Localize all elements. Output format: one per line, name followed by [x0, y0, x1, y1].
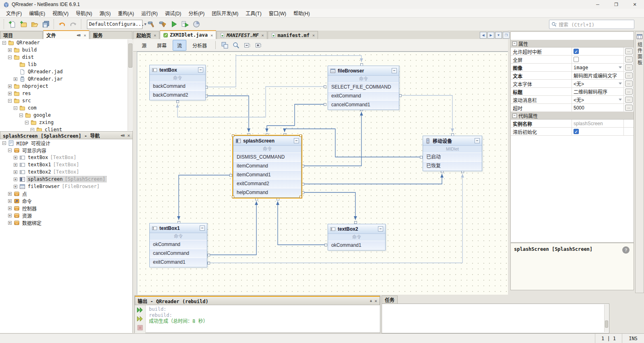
nav-node-fileBrowser[interactable]: +fileBrowser[FileBrowser]	[0, 183, 132, 190]
expander-icon[interactable]: −	[31, 128, 34, 132]
prop-section-属性[interactable]: −属性	[511, 40, 634, 48]
flow-item-已恢复[interactable]: 已恢复	[423, 162, 482, 171]
expand-all-icon[interactable]	[254, 41, 263, 50]
expander-icon[interactable]: +	[14, 163, 17, 167]
config-combobox[interactable]: DefaultConfigura...▼	[87, 20, 142, 29]
flow-item-DISMISS_COMMAND[interactable]: DISMISS_COMMAND	[233, 153, 301, 162]
flow-box-textBox[interactable]: textBox−命令backCommandbackCommand2	[149, 65, 206, 100]
build-button[interactable]	[146, 19, 157, 29]
connector-handle[interactable]	[301, 191, 304, 194]
clean-build-button[interactable]	[157, 19, 168, 29]
connector-handle[interactable]	[354, 221, 357, 224]
nav-node-点[interactable]: +点	[0, 190, 132, 197]
nav-node-textBox1[interactable]: +textBox1[TextBox]	[0, 161, 132, 168]
file-node-google[interactable]: −google	[0, 112, 132, 119]
prop-section-代码属性[interactable]: −代码属性	[511, 112, 634, 120]
close-tab-icon[interactable]: ✕	[211, 33, 213, 37]
close-button[interactable]: ✕	[625, 0, 644, 9]
open-project-button[interactable]	[29, 19, 40, 29]
expander-icon[interactable]: −	[2, 41, 6, 45]
menu-运行R[interactable]: 运行(R)	[138, 9, 161, 17]
connector-handle[interactable]	[399, 94, 402, 97]
ellipsis-button[interactable]: ...	[625, 72, 633, 79]
menu-编辑E[interactable]: 编辑(E)	[25, 9, 49, 17]
flow-box-textBox1[interactable]: textBox1−命令okCommandcancelCommandexitCom…	[149, 223, 207, 267]
menu-工具T[interactable]: 工具(T)	[242, 9, 265, 17]
files-tree-scrollbar-thumb[interactable]	[128, 43, 132, 68]
new-project-button[interactable]	[18, 19, 29, 29]
close-tab-icon[interactable]: ✕	[261, 33, 264, 37]
expander-icon[interactable]: +	[14, 170, 17, 174]
selection-handle[interactable]	[232, 196, 234, 198]
prop-value-滚动消息栏[interactable]: <无>	[572, 96, 623, 103]
prop-value-滞后初始化[interactable]: ✓	[572, 128, 623, 135]
file-node-lib[interactable]: lib	[0, 61, 132, 68]
ellipsis-button[interactable]: ...	[625, 64, 633, 70]
flow-item-okCommand[interactable]: okCommand	[150, 240, 207, 249]
view-button-流[interactable]: 流	[173, 40, 186, 51]
editor-tab-manifest.mf[interactable]: manifest.mf✕	[268, 31, 318, 39]
expander-icon[interactable]: −	[2, 141, 6, 145]
ellipsis-button[interactable]: ...	[625, 105, 633, 111]
nav-node-MIDP 可视设计[interactable]: −MIDP 可视设计	[0, 139, 132, 147]
ellipsis-button[interactable]: ...	[625, 97, 633, 103]
flow-item-backCommand[interactable]: backCommand	[150, 82, 205, 91]
view-button-屏幕[interactable]: 屏幕	[153, 40, 171, 51]
save-all-button[interactable]	[40, 19, 52, 29]
expander-icon[interactable]: +	[8, 92, 12, 95]
connector-handle[interactable]	[324, 85, 326, 88]
file-node-com[interactable]: −com	[0, 104, 132, 112]
nav-node-可显示内容[interactable]: −可显示内容	[0, 147, 132, 154]
connector-handle[interactable]	[324, 103, 326, 106]
file-node-zxing[interactable]: −zxing	[0, 119, 132, 126]
connector-handle[interactable]	[324, 244, 327, 246]
connector-handle[interactable]	[207, 262, 210, 264]
connector-handle[interactable]	[301, 183, 304, 186]
connector-handle[interactable]	[207, 254, 210, 256]
explorer-tab-项目[interactable]: 项目	[0, 31, 43, 39]
flow-item-helpCommand[interactable]: helpCommand	[233, 188, 301, 197]
expander-icon[interactable]: +	[8, 48, 12, 52]
editor-tab-起始页[interactable]: 起始页✕	[133, 31, 159, 39]
expander-icon[interactable]: +	[8, 85, 12, 88]
flow-item-exitCommand2[interactable]: exitCommand2	[233, 180, 301, 188]
palette-icon[interactable]	[636, 33, 643, 40]
minimize-box-icon[interactable]: −	[392, 68, 397, 73]
palette-label[interactable]: 组件面板	[636, 42, 643, 66]
prop-value-标题[interactable]: 二维码解码程序	[572, 88, 623, 95]
filter-icon[interactable]: ⇊	[370, 299, 372, 303]
menu-重构A[interactable]: 重构(A)	[114, 9, 138, 17]
flow-item-itemCommand[interactable]: itemCommand	[233, 162, 301, 171]
file-node-build[interactable]: +build	[0, 46, 132, 54]
connector-handle[interactable]	[255, 198, 258, 200]
flow-box-splashScreen[interactable]: splashScreen−命令DISMISS_COMMANDitemComman…	[233, 136, 301, 198]
nav-node-textBox2[interactable]: +textBox2[TextBox]	[0, 168, 132, 176]
menu-团队开发M[interactable]: 团队开发(M)	[208, 9, 242, 17]
maximize-editor-icon[interactable]: ❒	[503, 32, 510, 39]
file-node-nbproject[interactable]: +nbproject	[0, 83, 132, 90]
file-node-client[interactable]: −client	[0, 126, 132, 131]
file-node-dist[interactable]: −dist	[0, 54, 132, 61]
expander-icon[interactable]: −	[8, 56, 12, 59]
new-file-button[interactable]	[6, 19, 18, 29]
expander-icon[interactable]: −	[8, 99, 12, 103]
menu-分析P[interactable]: 分析(P)	[185, 9, 208, 17]
maximize-button[interactable]: ❐	[607, 0, 625, 9]
menu-调试D[interactable]: 调试(D)	[161, 9, 185, 17]
flow-item-cancelCommand[interactable]: cancelCommand	[150, 249, 207, 258]
minimize-box-icon[interactable]: −	[294, 138, 299, 143]
connector-handle[interactable]	[277, 198, 279, 200]
expander-icon[interactable]: +	[14, 178, 17, 181]
close-navigator-icon[interactable]: ✕	[127, 133, 130, 138]
help-icon[interactable]: ?	[622, 246, 630, 254]
expander-icon[interactable]: +	[8, 207, 12, 210]
minimize-button[interactable]: ─	[588, 0, 607, 9]
prop-value-文本字体[interactable]: <无>	[572, 80, 623, 87]
menu-源S[interactable]: 源(S)	[96, 9, 114, 17]
file-node-src[interactable]: −src	[0, 97, 132, 104]
editor-tab-MANIFEST.MF[interactable]: MANIFEST.MF✕	[217, 31, 267, 39]
close-output-icon[interactable]: ✕	[374, 298, 377, 304]
flow-item-exitCommand1[interactable]: exitCommand1	[150, 258, 207, 267]
menu-窗口W[interactable]: 窗口(W)	[265, 9, 290, 17]
close-tab-icon[interactable]: ✕	[154, 33, 156, 37]
